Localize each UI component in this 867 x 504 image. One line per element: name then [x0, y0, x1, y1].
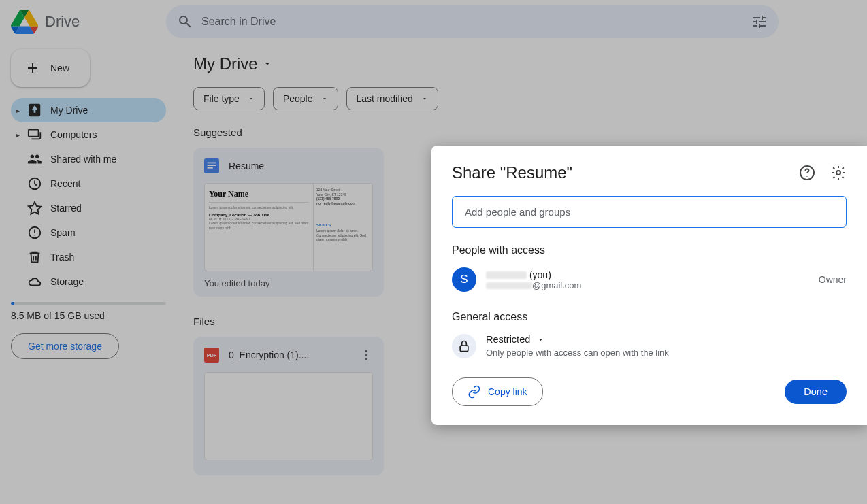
copy-link-button[interactable]: Copy link: [452, 377, 543, 406]
person-email: @gmail.com: [486, 280, 809, 290]
person-name: (you): [486, 269, 809, 280]
general-access-label: General access: [452, 311, 847, 323]
help-icon[interactable]: [799, 165, 815, 181]
dialog-title: Share "Resume": [452, 163, 799, 182]
done-button[interactable]: Done: [785, 380, 847, 404]
access-level-dropdown[interactable]: Restricted: [486, 334, 669, 345]
svg-rect-14: [460, 346, 468, 351]
access-level-label: Restricted: [486, 334, 530, 345]
avatar: S: [452, 267, 476, 292]
people-with-access-label: People with access: [452, 244, 847, 256]
link-icon: [468, 385, 481, 399]
svg-point-13: [836, 171, 840, 175]
share-dialog: Share "Resume" People with access S (you…: [431, 146, 867, 425]
general-access-row: Restricted Only people with access can o…: [452, 334, 847, 358]
copy-link-label: Copy link: [488, 386, 527, 397]
gear-icon[interactable]: [830, 165, 847, 181]
lock-icon: [452, 334, 476, 358]
person-role: Owner: [819, 274, 847, 285]
access-description: Only people with access can open with th…: [486, 348, 669, 358]
caret-down-icon: [537, 336, 544, 343]
add-people-input[interactable]: [452, 196, 847, 228]
access-person-row: S (you) @gmail.com Owner: [452, 267, 847, 292]
